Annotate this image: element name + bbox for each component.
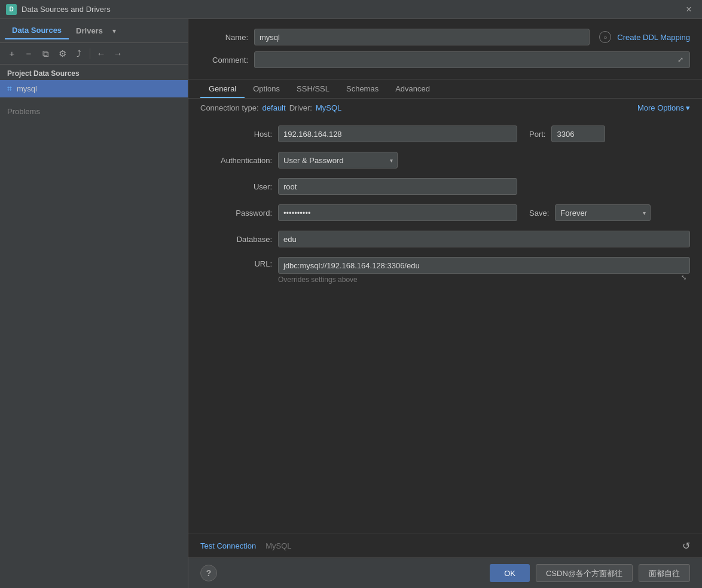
close-button[interactable]: × (682, 2, 696, 17)
more-options-arrow: ▾ (686, 103, 690, 112)
host-input[interactable] (278, 125, 517, 142)
name-label: Name: (200, 33, 248, 42)
user-input[interactable] (278, 178, 517, 195)
auth-label: Authentication: (200, 156, 272, 165)
host-port-row: Host: Port: (200, 125, 690, 142)
title-bar: D Data Sources and Drivers × (0, 0, 702, 19)
driver-value[interactable]: MySQL (316, 103, 341, 112)
name-row: Name: ○ Create DDL Mapping (200, 29, 690, 45)
config-tabs-bar: General Options SSH/SSL Schemas Advanced (188, 79, 702, 99)
database-input[interactable] (278, 231, 690, 247)
port-label: Port: (529, 130, 545, 139)
comment-label: Comment: (200, 56, 248, 65)
main-container: Data Sources Drivers ▾ + − ⧉ ⚙ ⤴ ← → Pro… (0, 19, 702, 588)
tab-options[interactable]: Options (245, 79, 288, 98)
comment-input[interactable] (254, 51, 690, 68)
form-area: Host: Port: Authentication: User & Passw… (188, 117, 702, 534)
mysql-icon: ⌗ (7, 84, 12, 94)
bottom-bar: Test Connection MySQL ↺ (188, 534, 702, 558)
tab-drivers[interactable]: Drivers (69, 23, 110, 39)
help-button[interactable]: ? (200, 565, 217, 581)
tab-general[interactable]: General (200, 79, 245, 98)
toolbar-separator (90, 48, 90, 59)
password-row: Password: Save: Forever Until restart Ne… (200, 204, 690, 221)
problems-label: Problems (7, 107, 40, 116)
auth-select[interactable]: User & Password No auth pgpass (278, 152, 398, 169)
comment-expand-button[interactable]: ⤢ (674, 54, 686, 66)
user-row: User: (200, 178, 690, 195)
copy-button[interactable]: ⧉ (38, 47, 53, 61)
password-label: Password: (200, 209, 272, 218)
url-wrapper: ⤡ Overrides settings above (278, 257, 690, 284)
name-comment-area: Name: ○ Create DDL Mapping Comment: ⤢ (188, 19, 702, 79)
settings-button[interactable]: ⚙ (55, 47, 69, 61)
more-options-button[interactable]: More Options ▾ (637, 103, 690, 112)
tab-ssh-ssl[interactable]: SSH/SSL (288, 79, 338, 98)
ok-button[interactable]: OK (490, 564, 530, 582)
add-button[interactable]: + (5, 47, 19, 61)
database-row: Database: (200, 231, 690, 247)
tabs-dropdown-arrow[interactable]: ▾ (112, 27, 116, 35)
back-button[interactable]: ← (94, 47, 108, 61)
right-panel: Name: ○ Create DDL Mapping Comment: ⤢ Ge… (188, 19, 702, 588)
left-panel: Data Sources Drivers ▾ + − ⧉ ⚙ ⤴ ← → Pro… (0, 19, 188, 588)
auth-select-wrapper: User & Password No auth pgpass ▾ (278, 152, 398, 169)
tab-advanced[interactable]: Advanced (387, 79, 438, 98)
datasource-item-mysql[interactable]: ⌗ mysql (0, 80, 188, 97)
name-options-button[interactable]: ○ (599, 31, 611, 43)
datasource-name-label: mysql (17, 84, 37, 93)
save-select[interactable]: Forever Until restart Never (555, 204, 651, 221)
problems-section: Problems (0, 102, 188, 121)
test-connection-button[interactable]: Test Connection (200, 541, 256, 550)
url-input[interactable] (278, 257, 690, 274)
app-icon: D (6, 4, 17, 15)
comment-row: Comment: ⤢ (200, 51, 690, 68)
create-ddl-link[interactable]: Create DDL Mapping (617, 33, 690, 42)
cancel-button[interactable]: CSDN@各个方面都往 (536, 564, 633, 582)
connection-info-bar: Connection type: default Driver: MySQL M… (188, 99, 702, 117)
conn-type-label: Connection type: (200, 103, 259, 112)
top-tabs-bar: Data Sources Drivers ▾ (0, 19, 188, 43)
more-options-label: More Options (637, 103, 684, 112)
refresh-button[interactable]: ↺ (682, 540, 690, 552)
export-button[interactable]: ⤴ (72, 47, 86, 61)
url-label: URL: (200, 259, 272, 268)
save-select-wrapper: Forever Until restart Never ▾ (555, 204, 651, 221)
project-data-sources-label: Project Data Sources (0, 65, 188, 80)
conn-type-value[interactable]: default (263, 103, 286, 112)
port-input[interactable] (551, 125, 605, 142)
password-input[interactable] (278, 204, 517, 221)
tab-data-sources[interactable]: Data Sources (5, 22, 69, 39)
bottom-driver-label: MySQL (265, 541, 291, 550)
apply-button[interactable]: 面都自往 (639, 564, 690, 582)
user-label: User: (200, 182, 272, 191)
left-toolbar: + − ⧉ ⚙ ⤴ ← → (0, 43, 188, 65)
driver-label: Driver: (289, 103, 312, 112)
dialog-footer: ? OK CSDN@各个方面都往 面都自往 (188, 558, 702, 588)
database-label: Database: (200, 235, 272, 244)
auth-row: Authentication: User & Password No auth … (200, 152, 690, 169)
name-input[interactable] (254, 29, 590, 45)
url-row: URL: ⤡ Overrides settings above (200, 257, 690, 284)
remove-button[interactable]: − (22, 47, 36, 61)
window-title: Data Sources and Drivers (22, 5, 111, 14)
footer-wrapper: ? OK CSDN@各个方面都往 面都自往 (200, 564, 690, 582)
url-expand-button[interactable]: ⤡ (681, 274, 686, 281)
url-hint: Overrides settings above (278, 275, 690, 284)
forward-button[interactable]: → (111, 47, 125, 61)
tab-schemas[interactable]: Schemas (338, 79, 387, 98)
save-label: Save: (529, 209, 549, 218)
host-label: Host: (200, 130, 272, 139)
